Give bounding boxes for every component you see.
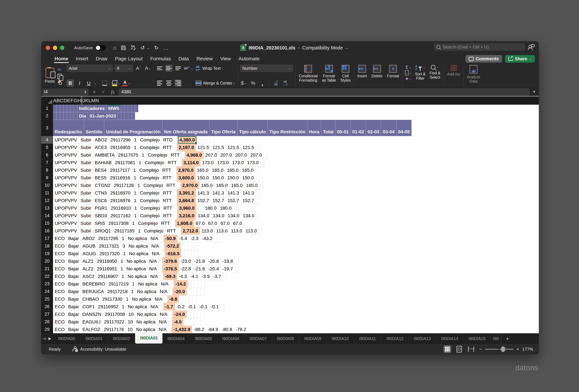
cell-E2[interactable] (67, 112, 70, 120)
column-header-M[interactable]: M (91, 96, 95, 105)
clear-button[interactable]: ◆⌄ (405, 76, 412, 81)
cell-L29[interactable]: -80.8 (220, 326, 234, 333)
cell-B5[interactable]: Subir (79, 144, 93, 151)
cell-E6[interactable]: 1 (140, 151, 146, 159)
cell-F9[interactable]: Complejo (138, 174, 161, 182)
cell-G25[interactable]: N/A (153, 295, 164, 303)
cell-K17[interactable]: -2.3 (189, 235, 200, 242)
cell-I4[interactable]: 4,380.0 (178, 136, 197, 144)
cell-B9[interactable]: Subir (79, 174, 93, 182)
cell-K3[interactable]: 01-02 (351, 120, 366, 136)
cell-I25[interactable]: -8.8 (168, 295, 179, 303)
cell-E14[interactable]: 1 (133, 212, 139, 220)
cell-J20[interactable]: -23.0 (179, 257, 193, 265)
cell-D4[interactable]: 29117296 (109, 136, 133, 144)
column-header-N[interactable]: N (95, 96, 99, 105)
cell-E18[interactable]: 3 (121, 242, 127, 250)
cell-J18[interactable] (181, 242, 184, 250)
sheet-tab-I90DIA14[interactable]: I90DIA14 (436, 333, 463, 344)
cell-B25[interactable]: Bajar (67, 295, 81, 303)
cell-H7[interactable] (178, 159, 182, 166)
cell-J3[interactable]: 00-01 (335, 120, 351, 136)
cell-I26[interactable]: -1.7 (163, 303, 175, 311)
align-top-button[interactable] (156, 65, 163, 72)
cell-E8[interactable]: 1 (132, 166, 138, 174)
row-header-7[interactable]: 7 (41, 159, 53, 166)
title-chevron-icon[interactable]: ⌄ (346, 46, 348, 50)
row-header-20[interactable]: 20 (41, 257, 53, 265)
cell-B21[interactable]: Bajar (67, 265, 81, 273)
cell-J14[interactable]: 134.0 (196, 212, 211, 220)
cell-M14[interactable]: 134.0 (241, 212, 256, 220)
cell-M26[interactable]: -0.1 (209, 303, 220, 311)
cell-N24[interactable] (201, 288, 204, 295)
cell-G11[interactable]: RTT (161, 189, 173, 197)
cell-G19[interactable]: N/A (150, 250, 161, 257)
cell-H15[interactable] (172, 220, 175, 227)
cell-M27[interactable] (197, 311, 201, 318)
cell-A4[interactable]: UPOPVPV (53, 136, 79, 144)
page-layout-view-button[interactable] (455, 345, 463, 353)
cell-C19[interactable]: AGUG (81, 250, 98, 257)
cell-D7[interactable]: 29117081 (113, 159, 137, 166)
cell-F5[interactable]: Complejo (138, 144, 161, 151)
row-header-8[interactable]: 8 (41, 166, 53, 174)
cell-D27[interactable]: 29117008 (103, 311, 127, 318)
cell-H21[interactable] (159, 265, 162, 273)
cell-B4[interactable]: Subir (79, 136, 93, 144)
cell-N26[interactable] (221, 303, 224, 311)
comma-button[interactable]: , (259, 79, 266, 87)
cell-C3[interactable]: Unidad de Programación (104, 120, 162, 136)
cell-K6[interactable]: 207.0 (219, 151, 234, 159)
cell-A27[interactable]: ECO (53, 311, 67, 318)
cell-I9[interactable]: 3,600.0 (177, 174, 196, 182)
comments-button[interactable]: Comments (465, 55, 502, 63)
cell-B27[interactable]: Bajar (67, 311, 81, 318)
cell-A7[interactable]: UPOPVPV (53, 159, 79, 166)
cell-K25[interactable] (182, 295, 186, 303)
cell-H16[interactable] (178, 227, 181, 235)
row-header-28[interactable]: 28 (41, 318, 53, 326)
align-bottom-button[interactable] (174, 65, 182, 72)
cell-M18[interactable] (191, 242, 195, 250)
cell-J2[interactable] (118, 112, 121, 120)
cell-J7[interactable]: 173.0 (201, 159, 216, 166)
cell-G17[interactable]: N/A (149, 235, 160, 242)
row-header-15[interactable]: 15 (41, 220, 53, 227)
select-all-corner[interactable] (41, 96, 53, 105)
tab-draw[interactable]: Draw (92, 54, 111, 63)
cell-C29[interactable]: EALFOZ (81, 326, 102, 333)
cell-N15[interactable] (244, 220, 247, 227)
cell-J5[interactable]: 121.5 (196, 144, 211, 151)
merge-center-button[interactable]: Merge & Center ⌄ (196, 79, 235, 87)
cell-K9[interactable]: 150.0 (211, 174, 225, 182)
sheet-tab-I90DIA09[interactable]: I90DIA09 (299, 333, 327, 344)
home-icon[interactable]: ⌂ (113, 45, 116, 50)
tab-automate[interactable]: Automate (235, 54, 263, 63)
cell-H17[interactable] (160, 235, 163, 242)
cell-G7[interactable]: RTT (166, 159, 178, 166)
cell-D12[interactable]: 29116976 (109, 197, 132, 204)
cell-B24[interactable]: Bajar (67, 288, 81, 295)
cell-C1[interactable] (60, 105, 64, 112)
cell-H24[interactable] (169, 288, 173, 295)
more-commands-icon[interactable]: … (163, 45, 168, 50)
name-box-spinner[interactable]: ▲▼ (84, 90, 86, 93)
cell-L25[interactable] (186, 295, 189, 303)
cell-D20[interactable]: 29116950 (95, 257, 119, 265)
align-center-button[interactable] (165, 79, 172, 87)
cell-E9[interactable]: 1 (132, 174, 138, 182)
cell-L21[interactable]: -20.4 (207, 265, 221, 273)
cell-B2[interactable] (57, 112, 60, 120)
cell-K10[interactable]: 165.0 (214, 182, 229, 189)
sheet-tab-I90DIA13[interactable]: I90DIA13 (409, 333, 436, 344)
cell-D21[interactable]: 29116951 (95, 265, 119, 273)
cell-N18[interactable] (195, 242, 198, 250)
fill-button[interactable]: ↓⌄ (405, 70, 412, 76)
cell-E28[interactable]: 10 (126, 318, 135, 326)
row-header-27[interactable]: 27 (41, 311, 53, 318)
cell-M24[interactable] (197, 288, 201, 295)
cell-L28[interactable] (190, 318, 194, 326)
cell-L20[interactable]: -20.6 (207, 257, 221, 265)
cell-I20[interactable]: -379.6 (162, 257, 179, 265)
